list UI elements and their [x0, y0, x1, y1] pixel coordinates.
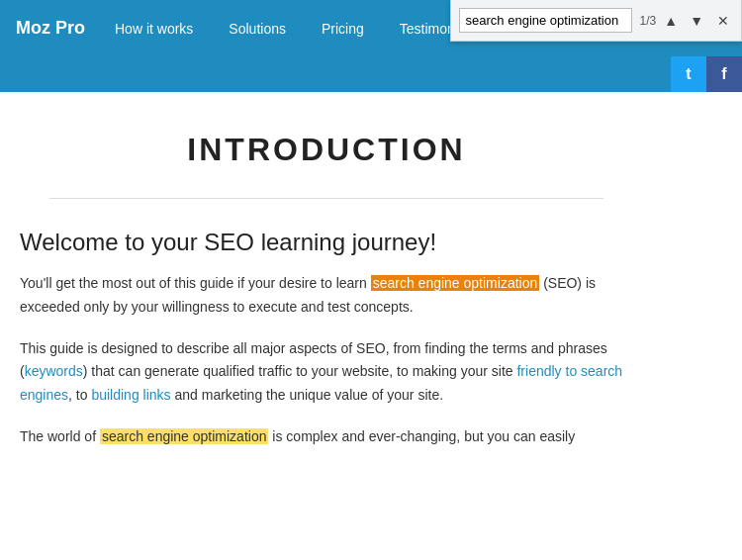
para1-before: You'll get the most out of this guide if… — [20, 275, 371, 291]
para3-before: The world of — [20, 428, 100, 444]
para3-after: is complex and ever-changing, but you ca… — [268, 428, 575, 444]
nav-link-solutions[interactable]: Solutions — [229, 21, 286, 37]
find-close-button[interactable]: ✕ — [713, 11, 733, 31]
building-links-link[interactable]: building links — [91, 387, 170, 403]
welcome-heading: Welcome to your SEO learning journey! — [20, 229, 633, 256]
paragraph-3: The world of search engine optimization … — [20, 425, 633, 449]
social-strip: t f — [0, 56, 742, 92]
para1-highlight: search engine optimization — [371, 275, 540, 291]
nav-links: How it works Solutions Pricing Testimoni… — [115, 21, 476, 37]
para2-tail: and marketing the unique value of your s… — [171, 387, 444, 403]
find-prev-button[interactable]: ▲ — [660, 11, 682, 31]
nav-logo[interactable]: Moz Pro — [16, 18, 85, 39]
para2-mid: ) that can generate qualified traffic to… — [83, 363, 517, 379]
para2-end: , to — [68, 387, 91, 403]
facebook-icon[interactable]: f — [706, 56, 742, 92]
keywords-link[interactable]: keywords — [25, 363, 83, 379]
page-title: INTRODUCTION — [20, 132, 633, 168]
nav-link-how-it-works[interactable]: How it works — [115, 21, 193, 37]
find-next-button[interactable]: ▼ — [686, 11, 707, 31]
para3-highlight: search engine optimization — [100, 428, 269, 444]
find-bar: 1/3 ▲ ▼ ✕ — [450, 0, 742, 42]
twitter-icon[interactable]: t — [671, 56, 706, 92]
nav-link-pricing[interactable]: Pricing — [322, 21, 364, 37]
navbar: Moz Pro How it works Solutions Pricing T… — [0, 0, 742, 56]
paragraph-1: You'll get the most out of this guide if… — [20, 272, 633, 320]
find-count: 1/3 — [640, 14, 657, 28]
section-divider — [49, 198, 603, 199]
main-content: INTRODUCTION Welcome to your SEO learnin… — [0, 92, 732, 497]
paragraph-2: This guide is designed to describe all m… — [20, 337, 633, 408]
find-input[interactable] — [459, 8, 632, 33]
